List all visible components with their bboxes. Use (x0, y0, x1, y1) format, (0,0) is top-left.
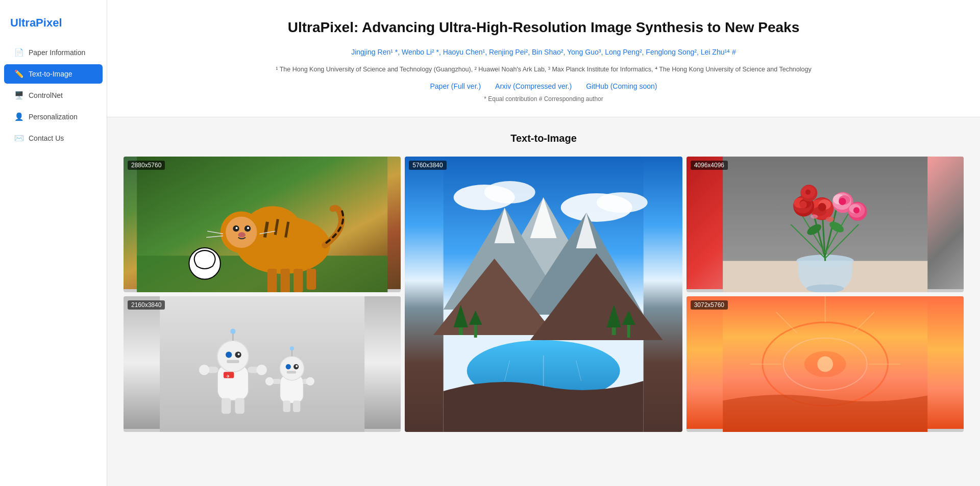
paper-note: * Equal contribution # Corresponding aut… (132, 95, 955, 103)
svg-point-114 (290, 346, 294, 350)
sidebar-item-text-to-image-label: Text-to-Image (29, 70, 72, 78)
controlnet-icon: 🖥️ (14, 91, 23, 100)
svg-rect-85 (160, 296, 364, 432)
image-badge-tiger: 2880x5760 (128, 161, 165, 170)
image-badge-mountains: 5760x3840 (409, 161, 446, 170)
image-cell-tiger[interactable]: 2880x5760 (124, 157, 401, 292)
sidebar-item-personalization-label: Personalization (29, 113, 78, 121)
sidebar-item-paper-info-label: Paper Information (29, 48, 85, 57)
envelope-icon: ✉️ (14, 134, 23, 143)
tiger-image (124, 157, 401, 289)
svg-rect-97 (222, 398, 231, 414)
paper-links: Paper (Full ver.) Arxiv (Compressed ver.… (132, 82, 955, 90)
svg-point-103 (286, 364, 291, 369)
svg-point-105 (296, 365, 298, 367)
svg-rect-17 (293, 269, 303, 292)
paper-info-section: UltraPixel: Advancing Ultra-High-Resolut… (107, 0, 980, 117)
edit-icon: ✏️ (14, 69, 23, 79)
svg-point-83 (825, 216, 834, 221)
person-icon: 👤 (14, 112, 23, 121)
paper-link-github[interactable]: GitHub (Coming soon) (586, 82, 657, 90)
svg-point-13 (238, 232, 246, 237)
svg-point-12 (247, 227, 249, 229)
svg-rect-98 (235, 398, 244, 414)
svg-rect-16 (280, 269, 289, 292)
svg-point-100 (230, 328, 235, 334)
image-cell-roses[interactable]: 4096x4096 (687, 157, 964, 292)
svg-point-11 (235, 227, 237, 229)
svg-point-24 (484, 181, 535, 203)
svg-point-87 (217, 341, 249, 372)
sidebar-item-controlnet-label: ControlNet (29, 91, 63, 99)
roses-image (687, 157, 964, 289)
paper-title: UltraPixel: Advancing Ultra-High-Resolut… (132, 18, 955, 37)
svg-rect-15 (267, 269, 277, 292)
sidebar-item-text-to-image[interactable]: ✏️ Text-to-Image (4, 64, 103, 84)
svg-point-26 (597, 192, 648, 213)
paper-link-full[interactable]: Paper (Full ver.) (430, 82, 481, 90)
paper-affiliations: ¹ The Hong Kong University of Science an… (132, 64, 955, 75)
image-grid: 2880x5760 (124, 157, 964, 432)
sidebar-item-controlnet[interactable]: 🖥️ ControlNet (4, 86, 103, 105)
robot-image: ✈ (124, 296, 401, 429)
paper-authors: Jingjing Ren¹ *, Wenbo Li² *, Haoyu Chen… (132, 46, 955, 59)
sunset-image (687, 296, 964, 429)
svg-point-82 (805, 189, 810, 194)
svg-rect-18 (307, 269, 316, 290)
svg-point-96 (256, 365, 266, 375)
svg-point-70 (839, 198, 846, 205)
image-cell-robot[interactable]: ✈ 2160x3840 (124, 296, 401, 432)
image-badge-roses: 4096x4096 (691, 161, 728, 170)
svg-point-109 (265, 377, 274, 385)
svg-point-75 (799, 201, 806, 208)
document-icon: 📄 (14, 48, 23, 57)
svg-text:✈: ✈ (226, 373, 230, 378)
section-title: Text-to-Image (124, 133, 964, 144)
svg-point-102 (280, 356, 304, 380)
svg-point-88 (226, 351, 232, 357)
sidebar-item-contact-us-label: Contact Us (29, 134, 64, 142)
sidebar: UltraPixel 📄 Paper Information ✏️ Text-t… (0, 0, 107, 486)
svg-point-65 (818, 203, 826, 211)
svg-point-95 (199, 365, 209, 375)
sidebar-item-paper-info[interactable]: 📄 Paper Information (4, 43, 103, 62)
image-cell-sunset[interactable]: 3072x5760 (687, 296, 964, 432)
svg-point-14 (189, 248, 220, 279)
svg-rect-111 (283, 400, 290, 412)
svg-point-90 (238, 353, 240, 355)
svg-rect-106 (287, 371, 296, 373)
svg-point-110 (306, 377, 314, 385)
svg-point-120 (817, 356, 833, 372)
sidebar-item-personalization[interactable]: 👤 Personalization (4, 107, 103, 126)
image-badge-robot: 2160x3840 (128, 300, 165, 310)
svg-rect-112 (293, 400, 300, 412)
svg-rect-91 (227, 360, 239, 363)
mountains-image (405, 157, 682, 432)
image-badge-sunset: 3072x5760 (691, 300, 728, 310)
sidebar-logo[interactable]: UltraPixel (0, 10, 107, 42)
sidebar-item-contact-us[interactable]: ✉️ Contact Us (4, 129, 103, 148)
content-area: Text-to-Image (107, 117, 980, 447)
svg-point-84 (811, 214, 818, 218)
svg-point-8 (226, 216, 257, 247)
image-cell-mountains[interactable]: 5760x3840 (405, 157, 682, 432)
main-content: UltraPixel: Advancing Ultra-High-Resolut… (107, 0, 980, 486)
paper-link-arxiv[interactable]: Arxiv (Compressed ver.) (495, 82, 572, 90)
svg-point-79 (853, 207, 860, 213)
